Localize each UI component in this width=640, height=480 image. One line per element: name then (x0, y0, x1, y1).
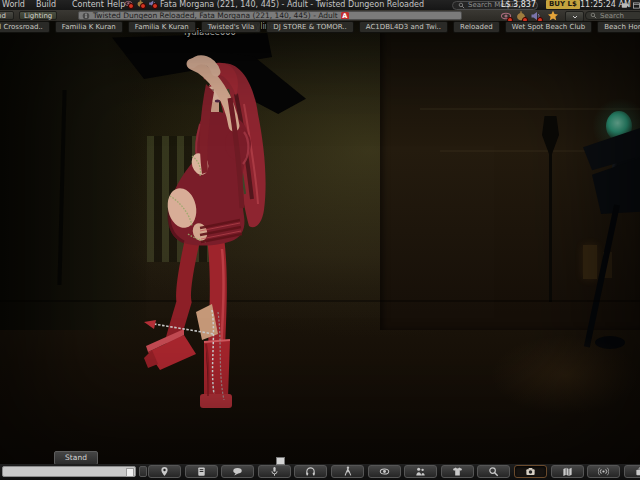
linden-balance[interactable]: L$ 3,837 (501, 0, 536, 10)
avatar-lips (215, 100, 221, 103)
radar-icon (598, 466, 609, 477)
left-toolbar-button[interactable]: nd (0, 11, 14, 20)
destinations-button[interactable] (148, 465, 181, 478)
map-button[interactable] (551, 465, 584, 478)
avatar-bent-leg (173, 242, 192, 340)
favorite-tab[interactable]: Familia K Kuran (128, 21, 196, 33)
chevron-down-icon (571, 13, 579, 21)
lighting-button[interactable]: Lighting (19, 11, 57, 20)
info-icon[interactable] (82, 12, 90, 20)
search-placeholder: Search (600, 12, 624, 20)
window-icon[interactable] (632, 1, 640, 10)
buy-lindens-button[interactable]: BUY L$ (546, 0, 580, 9)
chat-input-handle[interactable] (126, 468, 134, 477)
ground-highlight (490, 335, 640, 415)
suitcase-icon (635, 466, 640, 477)
snapshot-button[interactable] (514, 465, 547, 478)
voice-button[interactable] (258, 465, 291, 478)
menu-build[interactable]: Build (36, 0, 56, 10)
bottom-toolbar (0, 464, 640, 480)
media-icon[interactable] (621, 1, 630, 10)
pin-icon (159, 466, 170, 477)
move-button[interactable] (331, 465, 364, 478)
appearance-button[interactable] (441, 465, 474, 478)
favorite-tab[interactable]: Beach Home (597, 21, 640, 33)
people-icon (415, 466, 426, 477)
street-edge (0, 300, 640, 302)
favorite-tab[interactable]: Wet Spot Beach Club (505, 21, 593, 33)
shirt-icon (452, 466, 463, 477)
menu-content[interactable]: Content (72, 0, 104, 10)
favorite-tab[interactable]: Reloaded (453, 21, 500, 33)
menubar-status-icons (124, 0, 157, 8)
chat-expand-button[interactable] (139, 466, 147, 477)
menu-bar: World Build Content Help Fata Morgana (2… (0, 0, 640, 10)
window-title: Fata Morgana (221, 140, 445) - Adult - T… (160, 0, 424, 10)
menu-world[interactable]: World (2, 0, 25, 10)
inventory-button[interactable] (624, 465, 640, 478)
chat-icon (232, 466, 243, 477)
people-button[interactable] (404, 465, 437, 478)
stand-button[interactable]: Stand (54, 451, 98, 465)
avatar[interactable] (140, 44, 280, 419)
favorites-bar: al Crossroad..Familia K KuranFamilia K K… (0, 21, 640, 33)
location-text: Twisted Dungeon Reloaded, Fata Morgana (… (93, 11, 338, 20)
profile-button[interactable] (185, 465, 218, 478)
camera-controls-button[interactable] (368, 465, 401, 478)
favorite-tab[interactable]: Familia K Kuran (55, 21, 123, 33)
speaker-icon[interactable] (148, 0, 157, 8)
favorite-tab[interactable]: AC1DBL4D3 and Twi.. (359, 21, 448, 33)
headphones-icon (305, 466, 316, 477)
search-input[interactable]: Search (585, 11, 640, 20)
eye-icon[interactable] (124, 0, 133, 8)
chat-input[interactable] (2, 466, 136, 477)
walk-icon (342, 466, 353, 477)
favorite-tab[interactable]: al Crossroad.. (0, 21, 50, 33)
moneybag-icon[interactable] (136, 0, 145, 8)
viewer-window: Skyline lydiadee666 World Build Content … (0, 0, 640, 480)
media-button[interactable] (294, 465, 327, 478)
navigation-bar: nd Lighting Twisted Dungeon Reloaded, Fa… (0, 10, 640, 21)
map-icon (562, 466, 573, 477)
radar-button[interactable] (587, 465, 620, 478)
street-lamp-pole (549, 152, 552, 302)
menu-help[interactable]: Help (107, 0, 125, 10)
magnifier-icon (488, 466, 499, 477)
doc-icon (196, 466, 207, 477)
clock: 11:25:24 AM PDT (580, 0, 640, 10)
maturity-badge: A (341, 12, 349, 20)
chat-button[interactable] (221, 465, 254, 478)
search-icon (458, 2, 465, 9)
favorite-tab[interactable]: Twisted's Vila (201, 21, 262, 33)
camera-icon (525, 466, 536, 477)
search-button[interactable] (477, 465, 510, 478)
search-icon (590, 12, 597, 19)
voice-indicator (276, 457, 285, 465)
location-bar[interactable]: Twisted Dungeon Reloaded, Fata Morgana (… (78, 11, 462, 20)
eye-icon (379, 466, 390, 477)
world-viewport[interactable]: Skyline lydiadee666 (0, 0, 640, 464)
mic-icon (269, 466, 280, 477)
lit-doorway (583, 245, 597, 279)
favorite-tab[interactable]: DJ STORE & TOMOR.. (266, 21, 354, 33)
